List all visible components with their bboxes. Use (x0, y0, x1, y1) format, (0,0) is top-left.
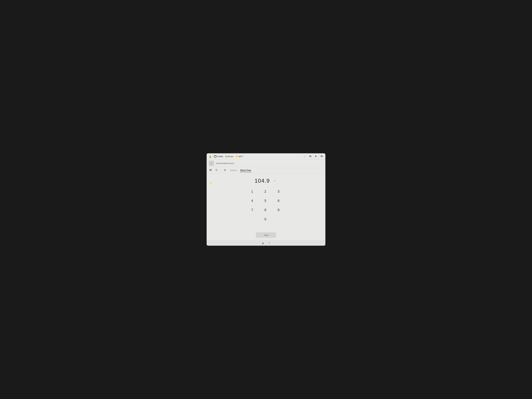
bottom-bar: 🔈 ✕ (207, 241, 325, 246)
nav-divider (221, 169, 221, 172)
num-5-button[interactable]: 5 (261, 197, 270, 204)
svg-line-10 (217, 170, 218, 171)
numpad: 1 2 3 4 5 6 7 8 9 0 (247, 188, 285, 223)
status-time: 10:03 am (225, 155, 234, 158)
num-empty-left (247, 215, 257, 223)
prev-track-button[interactable] (309, 155, 312, 158)
tune-btn-container: Tune (256, 232, 276, 238)
svg-marker-2 (310, 155, 311, 157)
weather-section: ☀️ 64°F (235, 155, 243, 158)
search-button[interactable] (215, 168, 219, 173)
play-button[interactable] (315, 155, 317, 158)
frequency-display: 104.9 (254, 177, 270, 184)
num-4-button[interactable]: 4 (247, 197, 257, 204)
next-track-button[interactable] (320, 155, 323, 158)
media-source-label: Choose Media Source (216, 162, 234, 165)
nav-bar: Stations Direct Tune (207, 167, 325, 174)
status-bar: 🔒 Profile 10:03 am ☀️ 64°F ☆ (207, 153, 325, 160)
profile-label: Profile (217, 155, 223, 158)
direct-tune-panel: ⚡ 104.9 ← 1 2 3 4 5 6 7 8 9 0 Tune (207, 174, 325, 241)
num-9-button[interactable]: 9 (274, 206, 283, 214)
lock-icon: 🔒 (209, 155, 212, 158)
volume-icon: 🔈 (262, 242, 265, 244)
svg-rect-6 (210, 169, 210, 171)
car-screen: 🔒 Profile 10:03 am ☀️ 64°F ☆ (207, 153, 325, 246)
num-8-button[interactable]: 8 (261, 206, 270, 214)
profile-avatar (214, 155, 217, 158)
num-1-button[interactable]: 1 (247, 188, 257, 195)
profile-section[interactable]: Profile (214, 155, 223, 158)
num-6-button[interactable]: 6 (274, 197, 283, 204)
tune-button[interactable]: Tune (256, 232, 276, 238)
svg-marker-5 (321, 155, 322, 157)
svg-marker-3 (315, 155, 317, 157)
frequency-row: 104.9 ← (254, 177, 277, 184)
tab-stations[interactable]: Stations (230, 169, 237, 172)
favorite-button[interactable]: ☆ (303, 154, 306, 158)
temperature: 64°F (239, 155, 243, 158)
media-thumbnail (209, 161, 214, 166)
num-0-button[interactable]: 0 (261, 215, 270, 223)
num-2-button[interactable]: 2 (261, 188, 270, 195)
svg-rect-8 (211, 169, 211, 171)
shuffle-icon: ✕ (268, 242, 270, 244)
svg-rect-7 (210, 170, 211, 171)
svg-point-9 (216, 169, 217, 171)
tab-direct-tune[interactable]: Direct Tune (240, 169, 251, 172)
media-controls: ☆ (303, 154, 323, 158)
weather-icon: ☀️ (235, 155, 238, 158)
media-source-bar[interactable]: Choose Media Source (207, 160, 325, 167)
backspace-button[interactable]: ← (272, 178, 278, 184)
equalizer-button[interactable] (209, 168, 213, 173)
svg-rect-1 (309, 155, 310, 157)
svg-rect-4 (323, 155, 323, 157)
list-button[interactable] (223, 168, 227, 172)
num-empty-right (274, 215, 283, 223)
bolt-icon: ⚡ (209, 182, 212, 184)
num-7-button[interactable]: 7 (247, 206, 257, 214)
num-3-button[interactable]: 3 (274, 188, 283, 195)
nav-tabs: Stations Direct Tune (230, 169, 251, 172)
